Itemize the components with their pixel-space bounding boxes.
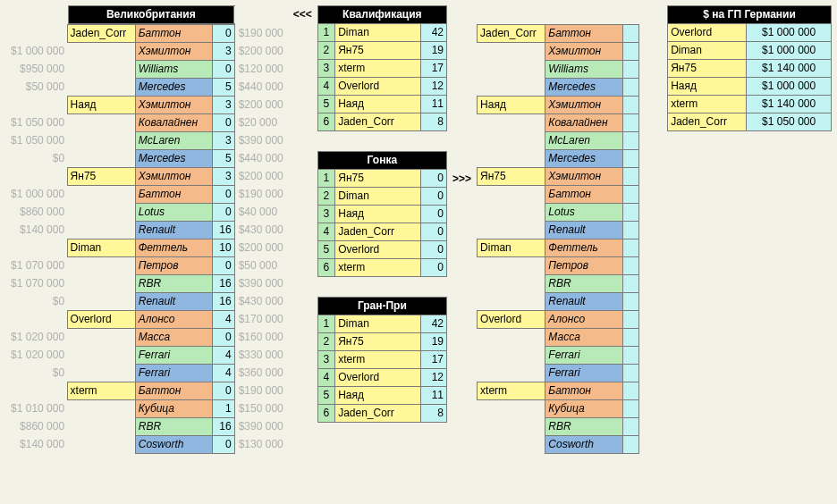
rank-pts: 42 <box>420 24 446 42</box>
pick-pts-empty <box>622 61 638 79</box>
pick-name: Хэмилтон <box>135 168 212 186</box>
pick-pts-empty <box>622 275 638 293</box>
pick-name: Ferrari <box>135 347 212 365</box>
rank-name: xterm <box>335 259 421 277</box>
pick-pts-empty <box>622 436 638 454</box>
pick-pts: 0 <box>212 436 234 454</box>
pick-name: Баттон <box>135 186 212 204</box>
money-left: $0 <box>5 365 67 382</box>
rank-name: Наяд <box>335 96 421 113</box>
pick-name: Cosworth <box>545 436 623 454</box>
rank-name: Ян75 <box>335 42 421 60</box>
money-name: Jaden_Corr <box>668 113 747 131</box>
player-cell: Overlord <box>478 311 545 329</box>
pick-name: Феттель <box>545 239 623 257</box>
rank-name: Diman <box>335 24 421 42</box>
money-header: $ на ГП Германии <box>668 6 832 24</box>
pick-pts: 16 <box>212 293 234 311</box>
money-left: $1 070 000 <box>5 257 67 275</box>
money-right: $200 000 <box>234 43 287 61</box>
qual-table: Квалификация 1Diman422Ян75193xterm174Ove… <box>317 5 447 131</box>
money-left: $140 000 <box>5 222 67 239</box>
rank-pts: 0 <box>421 188 447 206</box>
rank-pos: 2 <box>317 42 334 60</box>
rank-name: Ян75 <box>335 170 421 188</box>
pick-pts: 0 <box>212 25 234 43</box>
rank-pts: 0 <box>421 170 447 188</box>
pick-name: Феттель <box>135 239 212 257</box>
pick-name: Renault <box>545 222 623 239</box>
pick-name: Renault <box>135 293 212 311</box>
rank-pos: 5 <box>317 241 335 259</box>
rank-name: Diman <box>335 315 421 333</box>
player-cell: xterm <box>67 382 135 400</box>
rank-pos: 2 <box>317 188 335 206</box>
rank-pts: 0 <box>421 259 447 277</box>
rank-pos: 2 <box>317 333 334 351</box>
money-amount: $1 000 000 <box>747 78 832 96</box>
money-amount: $1 140 000 <box>747 96 832 113</box>
money-right: $440 000 <box>234 150 287 168</box>
pick-pts-empty <box>622 150 638 168</box>
money-right: $20 000 <box>234 114 287 132</box>
money-left: $860 000 <box>5 204 67 222</box>
pick-pts: 3 <box>212 43 234 61</box>
pick-pts-empty <box>622 79 638 97</box>
pick-pts-empty <box>622 311 638 329</box>
player-cell: Diman <box>67 239 135 257</box>
pick-name: RBR <box>545 275 623 293</box>
money-right: $440 000 <box>234 79 287 97</box>
pick-pts: 16 <box>212 222 234 239</box>
money-left <box>5 382 67 400</box>
money-left: $860 000 <box>5 418 67 436</box>
pick-pts: 3 <box>212 97 234 114</box>
rank-pos: 6 <box>317 405 334 423</box>
pick-pts: 0 <box>212 114 234 132</box>
pick-name: Cosworth <box>135 436 212 454</box>
pick-name: Алонсо <box>545 311 623 329</box>
rank-pos: 6 <box>317 113 334 131</box>
rank-pos: 4 <box>317 223 335 241</box>
rank-pts: 8 <box>420 405 446 423</box>
rank-name: Jaden_Corr <box>335 223 421 241</box>
pick-name: RBR <box>135 418 212 436</box>
pick-pts: 16 <box>212 275 234 293</box>
pick-name: Петров <box>135 257 212 275</box>
pick-name: Williams <box>545 61 623 79</box>
rank-pts: 12 <box>420 369 446 387</box>
money-left: $1 050 000 <box>5 114 67 132</box>
pick-name: Баттон <box>135 382 212 400</box>
money-amount: $1 000 000 <box>747 42 832 60</box>
money-left: $1 000 000 <box>5 186 67 204</box>
pick-name: Баттон <box>545 382 623 400</box>
money-right: $170 000 <box>234 311 287 329</box>
money-amount: $1 050 000 <box>747 113 832 131</box>
rank-pts: 19 <box>420 333 446 351</box>
pick-pts: 0 <box>212 186 234 204</box>
rank-name: Overlord <box>335 241 421 259</box>
rank-pts: 0 <box>421 241 447 259</box>
pick-pts-empty <box>622 25 638 43</box>
pick-name: Алонсо <box>135 311 212 329</box>
rank-pts: 19 <box>420 42 446 60</box>
player-cell: Jaden_Corr <box>67 25 135 43</box>
money-left: $1 020 000 <box>5 347 67 365</box>
pick-name: Кубица <box>545 400 623 418</box>
pick-name: RBR <box>135 275 212 293</box>
money-left <box>5 25 67 43</box>
money-right: $130 000 <box>234 436 287 454</box>
rank-pos: 6 <box>317 259 335 277</box>
pick-name: Хэмилтон <box>135 97 212 114</box>
pick-pts: 0 <box>212 329 234 347</box>
pick-name: Хэмилтон <box>545 43 623 61</box>
pick-pts-empty <box>622 257 638 275</box>
money-amount: $1 000 000 <box>747 24 832 42</box>
money-left: $950 000 <box>5 61 67 79</box>
pick-pts-empty <box>622 114 638 132</box>
pick-name: Баттон <box>545 25 623 43</box>
pick-name: Хэмилтон <box>135 43 212 61</box>
pick-pts-empty <box>622 43 638 61</box>
player-cell: Overlord <box>67 311 135 329</box>
rank-pos: 1 <box>317 24 334 42</box>
qual-header: Квалификация <box>317 6 446 24</box>
